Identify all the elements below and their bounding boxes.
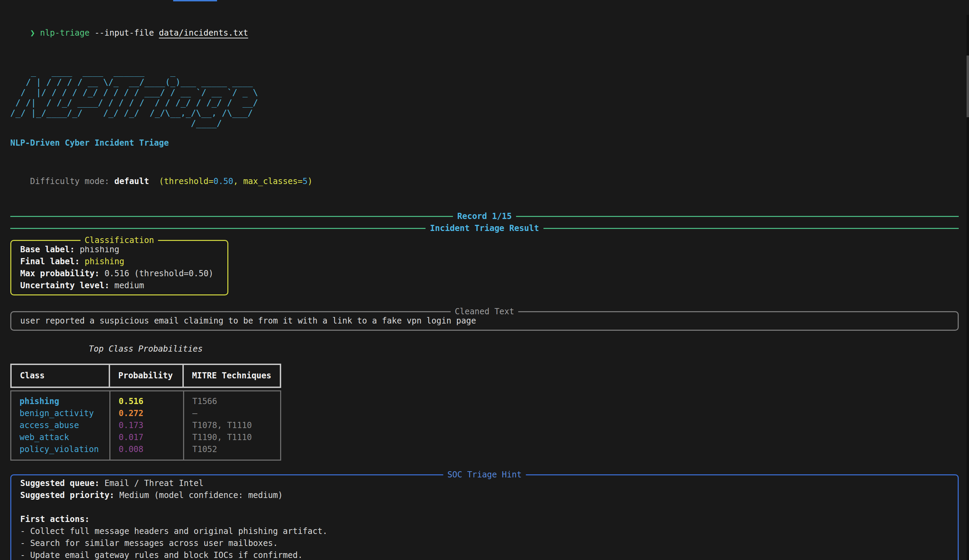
command-argument: --input-file — [90, 28, 159, 38]
nlptriage-ascii-logo: _ ____ ____ ______ _ / | / / / / __ \/_ … — [10, 67, 959, 128]
suggested-priority-value: Medium (model confidence: medium) — [119, 490, 283, 500]
first-action-item: - Collect full message headers and origi… — [20, 525, 949, 537]
table-row-mitre: – — [184, 407, 280, 419]
suggested-queue-value: Email / Threat Intel — [105, 479, 204, 488]
table-row-mitre: T1078, T1110 — [184, 419, 280, 432]
final-label-value: phishing — [85, 257, 125, 266]
probabilities-table-title: Top Class Probabilities — [10, 343, 281, 355]
table-row-class: benign_activity — [11, 407, 109, 419]
final-label-row: Final label: phishing — [20, 256, 218, 268]
max-probability-key: Max probability: — [20, 269, 105, 278]
difficulty-mode-value: default — [114, 176, 149, 186]
final-label-key: Final label: — [20, 257, 85, 266]
uncertainty-row: Uncertainty level: medium — [20, 280, 218, 292]
soc-triage-hint-panel: SOC Triage Hint Suggested queue: Email /… — [10, 474, 959, 560]
max-classes-value: 5 — [303, 176, 308, 186]
table-row-mitre: T1566 — [184, 395, 280, 407]
table-row-probability: 0.008 — [110, 444, 183, 455]
divider-line — [10, 228, 426, 229]
divider-line — [516, 216, 959, 217]
divider-line — [10, 216, 453, 217]
result-divider: Incident Triage Result — [10, 223, 959, 234]
scrollbar-thumb[interactable] — [967, 55, 969, 117]
suggested-queue-key: Suggested queue: — [20, 479, 105, 488]
max-probability-value: 0.516 (threshold=0.50) — [105, 269, 214, 278]
input-file-path-link[interactable]: data/incidents.txt — [159, 28, 248, 38]
uncertainty-value: medium — [115, 281, 144, 290]
threshold-key: threshold= — [164, 176, 214, 186]
record-divider: Record 1/15 — [10, 210, 959, 223]
record-counter: Record 1/15 — [453, 210, 516, 223]
first-action-item: - Search for similar messages across use… — [20, 537, 949, 549]
cleaned-text-panel-title: Cleaned Text — [451, 306, 518, 318]
uncertainty-key: Uncertainty level: — [20, 281, 115, 290]
paren-open: ( — [159, 176, 164, 186]
classification-panel: Classification Base label: phishing Fina… — [10, 240, 228, 296]
table-row-probability: 0.017 — [110, 432, 183, 444]
divider-line — [543, 228, 959, 229]
app-subtitle: NLP-Driven Cyber Incident Triage — [10, 137, 959, 149]
difficulty-mode-line: Difficulty mode: default (threshold=0.50… — [10, 163, 959, 199]
classification-panel-title: Classification — [81, 234, 158, 246]
base-label-key: Base label: — [20, 245, 80, 254]
threshold-value: 0.50 — [213, 176, 233, 186]
suggested-priority-key: Suggested priority: — [20, 490, 119, 500]
table-row-probability: 0.516 — [110, 395, 183, 407]
column-header-class: Class — [12, 365, 110, 387]
terminal-viewport: ❯ nlp-triage --input-file data/incidents… — [0, 0, 969, 560]
table-row-class: phishing — [11, 395, 109, 407]
table-row-mitre: T1190, T1110 — [184, 432, 280, 444]
column-header-probability: Probability — [110, 365, 184, 387]
command-name: nlp-triage — [40, 28, 90, 38]
max-classes-key: max_classes= — [243, 176, 302, 186]
probability-column: 0.516 0.272 0.173 0.017 0.008 — [110, 391, 184, 460]
separator: , — [233, 176, 243, 186]
table-row-mitre: T1052 — [184, 444, 280, 455]
probabilities-table-header: Class Probability MITRE Techniques — [10, 364, 281, 388]
suggested-priority-row: Suggested priority: Medium (model confid… — [20, 489, 949, 502]
cleaned-text-panel: Cleaned Text user reported a suspicious … — [10, 311, 959, 331]
command-line: ❯ nlp-triage --input-file data/incidents… — [10, 15, 959, 51]
first-actions-header: First actions: — [20, 514, 90, 524]
mitre-column: T1566 – T1078, T1110 T1190, T1110 T1052 — [184, 391, 280, 460]
blank-line — [20, 502, 949, 513]
table-row-probability: 0.173 — [110, 419, 183, 432]
paren-close: ) — [308, 176, 312, 186]
spacer — [149, 176, 159, 186]
result-divider-label: Incident Triage Result — [426, 223, 543, 234]
table-row-class: web_attack — [11, 432, 109, 444]
max-probability-row: Max probability: 0.516 (threshold=0.50) — [20, 268, 218, 280]
probabilities-table-body: phishing benign_activity access_abuse we… — [10, 391, 281, 460]
first-action-item: - Update email gateway rules and block I… — [20, 549, 949, 560]
column-header-mitre: MITRE Techniques — [184, 365, 280, 387]
table-row-class: access_abuse — [11, 419, 109, 432]
class-column: phishing benign_activity access_abuse we… — [11, 391, 110, 460]
table-row-probability: 0.272 — [110, 407, 183, 419]
table-row-class: policy_violation — [11, 444, 109, 455]
difficulty-label: Difficulty mode: — [30, 176, 115, 186]
soc-panel-title: SOC Triage Hint — [443, 469, 526, 481]
shell-prompt-icon: ❯ — [30, 28, 40, 38]
